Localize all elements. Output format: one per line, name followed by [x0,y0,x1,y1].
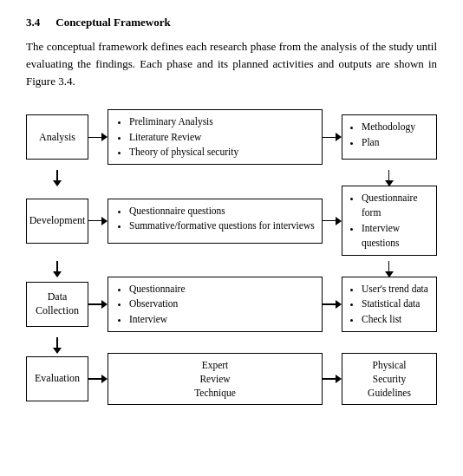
phase-box-data-collection: DataCollection [26,282,88,327]
activities-box-data-collection: Questionnaire Observation Interview [108,277,323,332]
phase-box-development: Development [26,199,88,244]
row-data-collection: DataCollection Questionnaire Observation… [26,277,437,332]
conn-left-1 [26,170,58,186]
output-box-data-collection: User's trend data Statistical data Check… [342,277,437,332]
connector-row-2 [26,261,437,277]
output-item: Plan [362,135,431,150]
vert-line-right-2 [388,261,390,277]
connector-row-1 [26,170,437,186]
activities-box-development: Questionnaire questions Summative/format… [108,199,323,244]
arrow-analysis-activities [88,133,108,141]
connector-row-3 [26,337,437,353]
activities-box-analysis: Preliminary Analysis Literature Review T… [108,109,323,165]
output-item: Questionnaire form [362,191,431,221]
activity-item: Theory of physical security [129,145,315,160]
activity-item: Preliminary Analysis [129,114,315,129]
arrow-development-activities [88,217,108,225]
output-box-development: Questionnaire form Interview questions [342,186,437,256]
phase-box-evaluation: Evaluation [26,356,88,401]
section-header: 3.4 Conceptual Framework [26,16,437,29]
conn-left-3 [26,337,58,353]
output-item: Methodology [362,120,431,134]
output-item: Check list [362,312,431,327]
vert-line-right-1 [388,170,390,186]
diagram: Analysis Preliminary Analysis Literature… [26,109,437,410]
body-text: The conceptual framework defines each re… [26,38,437,90]
section-number: 3.4 [26,16,40,29]
activity-item: Interview [129,312,315,327]
conn-right-1 [58,170,438,186]
activity-item: Literature Review [129,130,315,145]
row-evaluation: Evaluation ExpertReviewTechnique Physica… [26,353,437,405]
output-item: User's trend data [362,282,431,297]
row-development: Development Questionnaire questions Summ… [26,186,437,256]
vert-line-left-1 [56,170,58,186]
arrow-activities-outputs-1 [323,133,342,141]
section-title: Conceptual Framework [55,16,171,29]
activity-item: Observation [129,297,315,311]
vert-line-left-2 [56,261,58,277]
activity-item: Questionnaire questions [129,204,315,218]
conn-right-2 [58,261,438,277]
arrow-activities-outputs-3 [323,300,342,309]
activities-box-evaluation: ExpertReviewTechnique [108,353,323,405]
arrow-activities-outputs-4 [323,375,342,383]
arrow-evaluation-activities [88,375,108,383]
phase-box-analysis: Analysis [26,114,88,160]
activity-item: Summative/formative questions for interv… [129,218,315,233]
output-item: Statistical data [362,297,431,311]
output-item: Interview questions [362,221,431,251]
conn-left-2 [26,261,58,277]
output-box-evaluation: PhysicalSecurityGuidelines [342,353,437,405]
output-box-analysis: Methodology Plan [342,114,437,160]
row-analysis: Analysis Preliminary Analysis Literature… [26,109,437,165]
arrow-activities-outputs-2 [323,217,342,225]
vert-line-left-3 [56,337,58,353]
activity-item: Questionnaire [129,282,315,297]
arrow-datacollection-activities [88,300,108,309]
